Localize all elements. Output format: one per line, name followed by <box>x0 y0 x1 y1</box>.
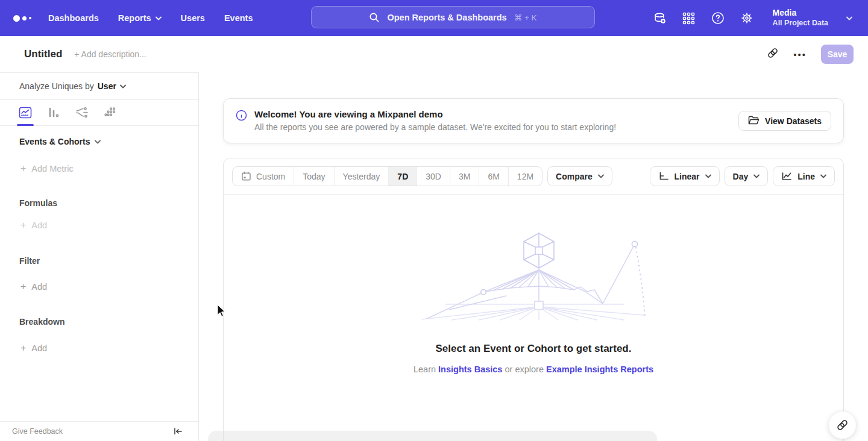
add-filter-button[interactable]: + Add <box>20 281 47 292</box>
add-breakdown-button[interactable]: + Add <box>20 343 47 354</box>
plus-icon: + <box>20 163 26 174</box>
range-today-label: Today <box>303 172 325 181</box>
range-7d-label: 7D <box>397 172 408 181</box>
range-12m[interactable]: 12M <box>508 167 542 186</box>
help-icon[interactable] <box>711 11 725 25</box>
view-datasets-label: View Datasets <box>765 116 822 126</box>
calendar-icon <box>241 171 251 181</box>
add-metric-label: Add Metric <box>31 164 73 174</box>
empty-state-subtitle: Learn Insights Basics or explore Example… <box>414 364 653 374</box>
plus-icon: + <box>20 343 26 354</box>
formulas-section-title: Formulas <box>19 198 57 208</box>
chevron-down-icon <box>120 84 126 89</box>
nav-dashboards-label: Dashboards <box>48 13 99 23</box>
info-icon <box>236 110 247 121</box>
global-search[interactable]: Open Reports & Dashboards ⌘ + K <box>311 6 595 28</box>
share-link-fab[interactable] <box>828 411 857 439</box>
project-name: Media <box>773 8 828 19</box>
primary-nav: Dashboards Reports Users Events <box>48 13 253 23</box>
nav-reports-label: Reports <box>118 13 151 23</box>
insights-basics-link[interactable]: Insights Basics <box>438 364 502 374</box>
tab-flow[interactable] <box>75 105 89 120</box>
add-formula-label: Add <box>31 220 47 230</box>
analyze-value: User <box>98 81 116 91</box>
give-feedback-link[interactable]: Give Feedback <box>12 427 63 436</box>
report-title[interactable]: Untitled <box>24 48 62 60</box>
date-range-segmented-control: Custom Today Yesterday 7D 30D 3M 6M 12M <box>232 166 542 186</box>
query-builder-sidebar: Analyze Uniques by User <box>0 72 199 441</box>
data-management-icon[interactable] <box>653 11 667 25</box>
range-custom[interactable]: Custom <box>233 167 294 186</box>
range-30d[interactable]: 30D <box>417 167 450 186</box>
add-formula-button[interactable]: + Add <box>20 220 47 231</box>
tab-scatter[interactable] <box>103 105 118 120</box>
range-3m[interactable]: 3M <box>450 167 479 186</box>
nav-users[interactable]: Users <box>181 13 205 23</box>
search-label: Open Reports & Dashboards <box>387 13 506 22</box>
tab-bar-chart[interactable] <box>46 105 61 120</box>
analyze-row: Analyze Uniques by User <box>0 73 198 100</box>
range-today[interactable]: Today <box>294 167 333 186</box>
active-tab-indicator <box>17 124 34 126</box>
range-6m-label: 6M <box>488 172 499 181</box>
empty-state-illustration <box>416 230 651 321</box>
chevron-down-icon <box>598 174 604 178</box>
compare-dropdown[interactable]: Compare <box>547 166 612 186</box>
compare-label: Compare <box>556 172 593 181</box>
range-6m[interactable]: 6M <box>479 167 508 186</box>
report-description-placeholder[interactable]: + Add description... <box>74 49 146 59</box>
add-breakdown-label: Add <box>31 343 47 353</box>
visualization-tabs <box>0 100 198 126</box>
nav-reports[interactable]: Reports <box>118 13 162 23</box>
top-nav: Dashboards Reports Users Events Open Rep… <box>0 0 868 36</box>
breakdown-section-title: Breakdown <box>19 317 64 327</box>
range-yesterday[interactable]: Yesterday <box>334 167 389 186</box>
welcome-banner: Welcome! You are viewing a Mixpanel demo… <box>223 98 844 143</box>
settings-gear-icon[interactable] <box>740 11 753 25</box>
range-12m-label: 12M <box>517 172 533 181</box>
more-options-icon[interactable]: ••• <box>793 49 807 60</box>
range-3m-label: 3M <box>459 172 470 181</box>
mixpanel-logo-icon[interactable] <box>13 15 37 22</box>
range-custom-label: Custom <box>256 172 285 181</box>
view-datasets-button[interactable]: View Datasets <box>738 111 831 131</box>
events-cohorts-section[interactable]: Events & Cohorts <box>19 137 101 146</box>
project-switcher[interactable]: Media All Project Data <box>773 8 828 28</box>
line-chart-icon <box>781 171 792 181</box>
nav-dashboards[interactable]: Dashboards <box>48 13 99 23</box>
tab-insights-line[interactable] <box>18 105 33 120</box>
folder-icon <box>748 116 760 126</box>
plus-icon: + <box>20 220 26 231</box>
banner-body: All the reports you see are powered by a… <box>254 121 616 134</box>
collapse-sidebar-icon[interactable] <box>173 427 183 436</box>
chart-controls: Custom Today Yesterday 7D 30D 3M 6M 12M … <box>224 158 843 195</box>
events-cohorts-label: Events & Cohorts <box>19 137 90 146</box>
analyze-by-dropdown[interactable]: User <box>98 81 126 91</box>
nav-users-label: Users <box>181 13 205 23</box>
or-explore-text: or explore <box>505 364 543 374</box>
bottom-table-sheet[interactable] <box>208 431 657 441</box>
apps-grid-icon[interactable] <box>682 11 696 25</box>
range-yesterday-label: Yesterday <box>343 172 380 181</box>
banner-title: Welcome! You are viewing a Mixpanel demo <box>254 108 616 122</box>
range-7d[interactable]: 7D <box>388 167 417 186</box>
interval-dropdown[interactable]: Day <box>725 166 769 186</box>
linear-axes-icon <box>658 171 669 181</box>
plus-icon: + <box>20 281 26 292</box>
chevron-down-icon <box>820 174 826 178</box>
save-button[interactable]: Save <box>821 45 854 64</box>
learn-prefix: Learn <box>414 364 436 374</box>
example-insights-reports-link[interactable]: Example Insights Reports <box>546 364 653 374</box>
sidebar-footer: Give Feedback <box>0 421 198 441</box>
chart-type-label: Line <box>797 172 815 181</box>
scale-dropdown[interactable]: Linear <box>650 166 720 186</box>
copy-link-icon[interactable] <box>767 47 779 61</box>
add-metric-button[interactable]: + Add Metric <box>20 163 74 174</box>
empty-state: Select an Event or Cohort to get started… <box>224 195 843 374</box>
search-icon <box>369 12 380 23</box>
nav-events[interactable]: Events <box>224 13 253 23</box>
chevron-down-icon <box>95 140 101 144</box>
chart-type-dropdown[interactable]: Line <box>773 166 835 186</box>
project-chevron-icon[interactable] <box>846 16 852 20</box>
range-30d-label: 30D <box>426 172 441 181</box>
